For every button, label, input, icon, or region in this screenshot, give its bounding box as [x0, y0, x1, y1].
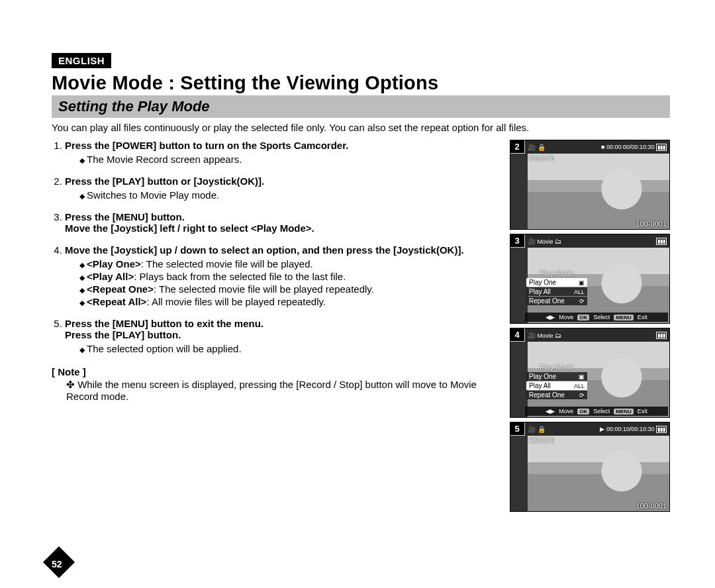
lock-icon [538, 426, 546, 433]
mode-label: Movie [538, 332, 553, 339]
battery-icon [656, 332, 667, 338]
step-bullet: The Movie Record screen appears. [79, 154, 501, 165]
menu-item-repeat-one: Repeat One⟳ [526, 297, 587, 305]
lcd-screenshot-2: 2 00:00:00/00:10:30 720X576 100-0001 [510, 140, 670, 230]
camera-icon [528, 144, 536, 151]
resolution-label: 720X576 [528, 437, 554, 444]
camera-icon [528, 332, 536, 339]
screenshot-number: 2 [510, 140, 524, 153]
hint-bar: ◀▶Move OKSelect MENUExit [525, 313, 668, 322]
clip-number: 100-0001 [636, 220, 667, 228]
lcd-screenshot-3: 3 Movie Play Mode Play One▣ Play AllALL … [510, 234, 670, 324]
menu-item-play-all: Play AllALL [526, 287, 587, 296]
step-title: Press the [PLAY] button or [Joystick(OK)… [65, 175, 501, 187]
battery-icon [656, 144, 667, 150]
note-label: [ Note ] [52, 366, 501, 377]
camera-icon [528, 426, 536, 433]
step-title: Press the [POWER] button to turn on the … [65, 140, 501, 151]
battery-icon [656, 238, 667, 244]
language-tag: ENGLISH [52, 53, 111, 68]
menu-item-play-one: Play One▣ [526, 372, 587, 381]
play-mode-menu: Play Mode Play One▣ Play AllALL Repeat O… [526, 363, 587, 400]
note-item: While the menu screen is displayed, pres… [66, 379, 501, 402]
menu-item-repeat-one: Repeat One⟳ [526, 391, 587, 399]
menu-title: Play Mode [526, 363, 587, 371]
menu-title: Play Mode [526, 269, 587, 277]
hint-bar: ◀▶Move OKSelect MENUExit [525, 407, 668, 416]
play-mode-menu: Play Mode Play One▣ Play AllALL Repeat O… [526, 269, 587, 306]
option-item: <Play One>: The selected movie file will… [79, 258, 501, 270]
resolution-label: 720X576 [528, 155, 554, 162]
intro-text: You can play all files continuously or p… [52, 122, 670, 133]
lock-icon [538, 144, 546, 151]
lcd-screenshot-5: 5 00:00:10/00:10:30 720X576 100-0001 [510, 422, 670, 512]
screenshot-number: 3 [510, 234, 524, 247]
step-title: Press the [MENU] button. Move the [Joyst… [65, 211, 501, 234]
timecode: 00:00:10/00:10:30 [606, 426, 655, 432]
stop-icon [601, 144, 604, 150]
play-icon [600, 426, 604, 432]
option-item: <Play All>: Plays back from the selected… [79, 271, 501, 282]
option-item: <Repeat One>: The selected movie file wi… [79, 283, 501, 295]
step-title: Move the [Joystick] up / down to select … [65, 244, 501, 256]
mode-label: Movie [538, 238, 553, 245]
option-item: <Repeat All>: All movie files will be pl… [79, 296, 501, 307]
page-number: 52 [52, 559, 62, 569]
camera-icon [528, 238, 536, 245]
copy-icon [555, 332, 561, 339]
screenshot-number: 5 [510, 422, 524, 435]
clip-number: 100-0001 [636, 502, 667, 510]
lcd-screenshot-4: 4 Movie Play Mode Play One▣ Play AllALL … [510, 328, 670, 418]
step-bullet: Switches to Movie Play mode. [79, 189, 501, 201]
steps-list: Press the [POWER] button to turn on the … [52, 140, 501, 354]
timecode: 00:00:00/00:10:30 [606, 144, 655, 150]
battery-icon [656, 426, 667, 432]
step-bullet: The selected option will be applied. [79, 343, 501, 354]
step-title: Press the [MENU] button to exit the menu… [65, 318, 501, 340]
menu-item-play-all: Play AllALL [526, 381, 587, 390]
copy-icon [555, 238, 561, 245]
menu-item-play-one: Play One▣ [526, 278, 587, 287]
screenshot-number: 4 [510, 328, 524, 341]
section-heading: Setting the Play Mode [52, 95, 670, 118]
page-title: Movie Mode : Setting the Viewing Options [52, 72, 670, 94]
